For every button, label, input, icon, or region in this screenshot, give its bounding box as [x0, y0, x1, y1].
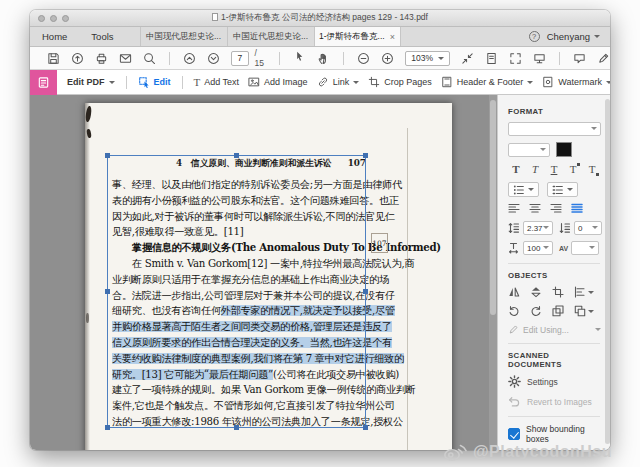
watermark-label: Watermark	[558, 77, 602, 87]
close-window-button[interactable]	[38, 15, 45, 22]
resize-handle[interactable]	[105, 153, 110, 158]
edit-button[interactable]: Edit	[138, 76, 171, 88]
resize-handle[interactable]	[234, 425, 239, 430]
watermark-menu[interactable]: Watermark	[542, 76, 610, 88]
email-icon[interactable]	[119, 52, 132, 65]
page-number-input[interactable]: 7	[231, 51, 249, 66]
reading-mode-button[interactable]	[533, 52, 546, 65]
align-left-button[interactable]	[508, 203, 520, 214]
previous-page-button[interactable]	[183, 52, 196, 65]
edit-pdf-menu[interactable]: Edit PDF	[67, 77, 115, 87]
edit-using-menu[interactable]: Edit Using...	[508, 324, 601, 335]
font-size-select[interactable]	[508, 143, 550, 157]
share-button[interactable]	[71, 52, 84, 65]
document-canvas[interactable]: 4 信义原则、商业判断准则和派生诉讼 107 事、经理、以及由他们指定的特别诉讼…	[30, 95, 497, 450]
tab-close-icon[interactable]: ×	[390, 32, 395, 42]
revert-to-images-button[interactable]: Revert to Images	[508, 395, 602, 408]
watermark: @PlatycodonHsu	[443, 442, 612, 462]
settings-label: Settings	[527, 377, 558, 387]
edit-pdf-label: Edit PDF	[67, 77, 105, 87]
bulleted-list-button[interactable]	[508, 182, 539, 197]
account-menu[interactable]: Chenyang	[547, 31, 600, 42]
font-family-select[interactable]	[508, 122, 601, 136]
header-footer-menu[interactable]: Header & Footer	[441, 76, 534, 88]
document-icon	[212, 13, 218, 21]
edit-pdf-tool-icon[interactable]	[30, 70, 57, 95]
add-image-label: Add Image	[264, 77, 308, 87]
panel-scrollbar[interactable]	[605, 99, 610, 444]
horizontal-scale-icon	[508, 242, 520, 254]
doc-tab-2[interactable]: 中国近代思想史论...	[227, 27, 314, 46]
save-button[interactable]	[47, 52, 60, 65]
align-right-button[interactable]	[550, 203, 562, 214]
superscript-button[interactable]: T	[565, 163, 581, 176]
doc-tab-active[interactable]: 1-伊斯特布鲁克... ×	[314, 27, 401, 46]
divider	[343, 52, 344, 65]
subscript-button[interactable]: T	[584, 163, 600, 176]
pdf-page[interactable]: 4 信义原则、商业判断准则和派生诉讼 107 事、经理、以及由他们指定的特别诉讼…	[85, 103, 452, 450]
resize-handle[interactable]	[234, 153, 239, 158]
add-image-button[interactable]: Add Image	[248, 76, 308, 88]
checkbox-checked-icon[interactable]	[508, 428, 520, 440]
next-page-button[interactable]	[207, 52, 220, 65]
zoom-level-select[interactable]: 103%	[405, 51, 450, 66]
resize-handle[interactable]	[105, 425, 110, 430]
resize-handle[interactable]	[363, 425, 368, 430]
underline-button[interactable]: T	[546, 163, 562, 176]
rotate-left-button[interactable]	[508, 305, 520, 317]
page-number-text-box[interactable]: 107	[371, 233, 388, 253]
fill-sign-button[interactable]	[597, 52, 610, 65]
right-panel: FORMAT T T T T T	[497, 95, 610, 450]
tab-home[interactable]: Home	[30, 27, 79, 46]
maximize-window-button[interactable]	[62, 15, 69, 22]
align-objects-button[interactable]	[574, 286, 594, 298]
flip-horizontal-button[interactable]	[508, 286, 520, 298]
numbered-list-button[interactable]	[547, 182, 578, 197]
hand-tool-button[interactable]	[317, 52, 330, 65]
crop-object-button[interactable]	[552, 286, 564, 298]
line-spacing-select[interactable]: 2.37	[523, 221, 553, 235]
fullscreen-button[interactable]	[509, 52, 522, 65]
resize-handle[interactable]	[105, 289, 110, 294]
search-icon[interactable]	[143, 52, 156, 65]
paragraph-spacing-select[interactable]: 0	[574, 221, 602, 235]
rotate-right-button[interactable]	[530, 305, 542, 317]
scrolling-mode-button[interactable]	[461, 52, 474, 65]
traffic-lights[interactable]	[38, 15, 69, 22]
resize-handle[interactable]	[363, 153, 368, 158]
resize-handle[interactable]	[363, 289, 368, 294]
fit-page-button[interactable]	[485, 52, 498, 65]
revert-label: Revert to Images	[527, 397, 592, 407]
print-button[interactable]	[95, 52, 108, 65]
align-justify-button[interactable]	[571, 203, 583, 214]
doc-tab-1[interactable]: 中国现代思想史论...	[140, 27, 227, 46]
italic-button[interactable]: T	[527, 163, 543, 176]
add-text-button[interactable]: T Add Text	[194, 77, 240, 88]
font-color-swatch[interactable]	[556, 142, 572, 157]
scan-settings-button[interactable]: Settings	[508, 375, 602, 388]
tab-tools[interactable]: Tools	[79, 27, 125, 46]
align-center-button[interactable]	[529, 203, 541, 214]
comment-button[interactable]	[573, 52, 586, 65]
add-text-label: Add Text	[204, 77, 239, 87]
show-bounding-label: Show bounding boxes	[526, 424, 602, 444]
crop-pages-button[interactable]: Crop Pages	[368, 76, 432, 88]
replace-image-button[interactable]	[552, 305, 564, 317]
horizontal-scale-select[interactable]: 100	[523, 241, 553, 255]
help-icon[interactable]: ?	[529, 31, 540, 42]
chevron-down-icon	[109, 81, 115, 87]
link-menu[interactable]: Link	[317, 76, 360, 88]
flip-vertical-button[interactable]	[530, 286, 542, 298]
select-tool-button[interactable]	[293, 49, 306, 67]
text-bounding-box[interactable]	[107, 155, 366, 428]
zoom-in-button[interactable]	[381, 52, 394, 65]
show-bounding-boxes-option[interactable]: Show bounding boxes	[508, 424, 602, 444]
bold-button[interactable]: T	[508, 163, 524, 176]
zoom-out-button[interactable]	[357, 52, 370, 65]
canvas-scrollbar[interactable]	[489, 95, 497, 450]
minimize-window-button[interactable]	[50, 15, 57, 22]
edit-using-label: Edit Using...	[523, 325, 569, 335]
scrollbar-thumb[interactable]	[490, 100, 496, 315]
arrange-objects-button[interactable]	[574, 305, 594, 317]
character-spacing-select[interactable]	[571, 241, 599, 255]
